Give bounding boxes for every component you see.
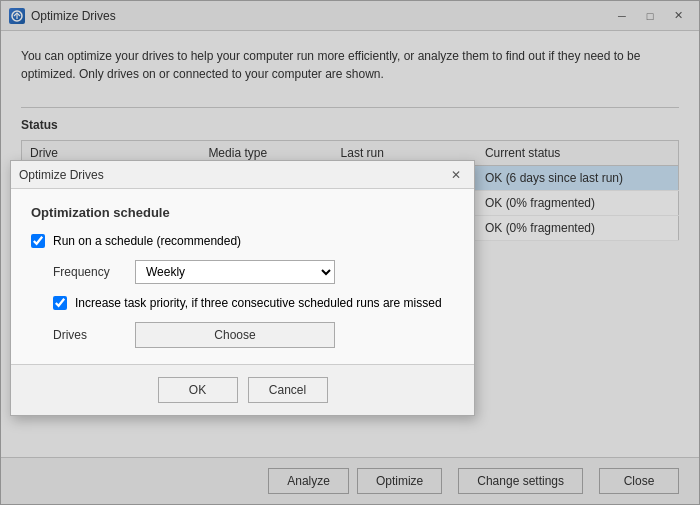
- drives-row: Drives Choose: [31, 322, 454, 348]
- priority-checkbox-row: Increase task priority, if three consecu…: [31, 296, 454, 310]
- dialog-footer: OK Cancel: [11, 364, 474, 415]
- dialog-content: Optimization schedule Run on a schedule …: [11, 189, 474, 364]
- dialog-title-bar: Optimize Drives ✕: [11, 161, 474, 189]
- optimization-schedule-title: Optimization schedule: [31, 205, 454, 220]
- dialog-title: Optimize Drives: [19, 168, 446, 182]
- choose-button[interactable]: Choose: [135, 322, 335, 348]
- schedule-checkbox-label: Run on a schedule (recommended): [53, 234, 241, 248]
- priority-checkbox[interactable]: [53, 296, 67, 310]
- ok-button[interactable]: OK: [158, 377, 238, 403]
- schedule-checkbox-row: Run on a schedule (recommended): [31, 234, 454, 248]
- priority-checkbox-label: Increase task priority, if three consecu…: [75, 296, 442, 310]
- optimize-dialog: Optimize Drives ✕ Optimization schedule …: [10, 160, 475, 416]
- drives-label: Drives: [53, 328, 123, 342]
- frequency-row: Frequency Daily Weekly Monthly: [31, 260, 454, 284]
- frequency-label: Frequency: [53, 265, 123, 279]
- frequency-select[interactable]: Daily Weekly Monthly: [135, 260, 335, 284]
- schedule-checkbox[interactable]: [31, 234, 45, 248]
- cancel-button[interactable]: Cancel: [248, 377, 328, 403]
- dialog-close-button[interactable]: ✕: [446, 166, 466, 184]
